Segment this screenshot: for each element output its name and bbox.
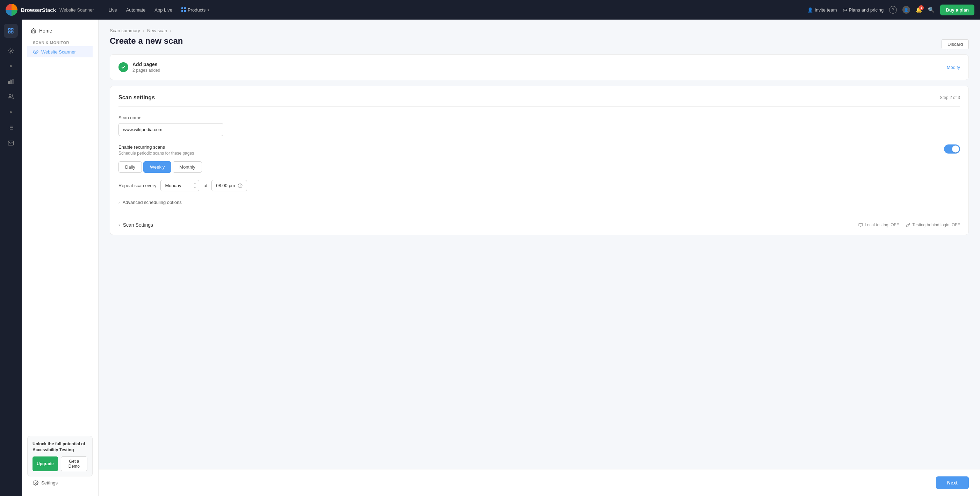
day-select-wrapper: Monday Tuesday Wednesday Thursday Friday… (161, 180, 199, 191)
svg-rect-0 (8, 28, 10, 30)
settings-icon (33, 480, 38, 485)
scan-settings-section-right: Local testing: OFF Testing behind login:… (858, 222, 960, 227)
svg-rect-8 (12, 79, 13, 84)
breadcrumb-separator-1: › (143, 28, 144, 33)
modify-link[interactable]: Modify (947, 65, 960, 70)
sidebar-icon-dot2[interactable] (4, 105, 18, 119)
get-demo-button[interactable]: Get a Demo (61, 456, 88, 471)
svg-point-5 (10, 65, 12, 67)
breadcrumb: Scan summary › New scan › (110, 28, 183, 33)
nav-products-label: Products (188, 7, 205, 13)
svg-rect-6 (8, 81, 10, 84)
discard-button[interactable]: Discard (942, 39, 969, 49)
invite-team-button[interactable]: 👤 Invite team (807, 7, 837, 13)
step-label: Step 2 of 3 (940, 95, 960, 100)
svg-rect-7 (11, 80, 11, 84)
brand-name: BrowserStack (21, 7, 56, 13)
recurring-scans-title: Enable recurring scans (118, 145, 194, 150)
recurring-toggle[interactable] (944, 145, 960, 153)
advanced-scheduling-toggle[interactable]: › Advanced scheduling options (118, 198, 960, 206)
settings-nav-item[interactable]: Settings (27, 477, 92, 489)
sidebar-icon-group[interactable] (4, 90, 18, 104)
nav-link-applive[interactable]: App Live (151, 5, 176, 15)
advanced-scheduling-label: Advanced scheduling options (123, 200, 182, 205)
chevron-right-icon: › (118, 201, 120, 205)
check-icon (121, 65, 126, 70)
scan-settings-title: Scan settings (118, 94, 155, 101)
add-pages-left: Add pages 2 pages added (118, 62, 160, 73)
time-input-wrapper[interactable]: 08:00 pm (212, 180, 247, 191)
sidebar-icon-tool[interactable] (4, 44, 18, 58)
main-content: Scan summary › New scan › Create a new s… (99, 19, 980, 496)
scan-name-input[interactable] (118, 123, 223, 136)
scan-name-label: Scan name (118, 115, 960, 120)
sidebar-item-website-scanner[interactable]: Website Scanner (27, 46, 92, 57)
day-select[interactable]: Monday Tuesday Wednesday Thursday Friday… (161, 180, 199, 191)
scan-settings-section-title: Scan Settings (123, 222, 153, 228)
breadcrumb-scan-summary[interactable]: Scan summary (110, 28, 140, 33)
page-title: Create a new scan (110, 36, 183, 46)
nav-link-automate[interactable]: Automate (123, 5, 149, 15)
svg-rect-20 (859, 223, 862, 226)
breadcrumb-separator-2: › (170, 28, 171, 33)
svg-point-4 (10, 50, 12, 52)
sidebar-icon-dot1[interactable] (4, 59, 18, 73)
testing-login-label: Testing behind login: OFF (912, 222, 960, 227)
testing-login-status: Testing behind login: OFF (906, 222, 960, 227)
settings-label: Settings (41, 480, 58, 485)
svg-point-17 (35, 51, 37, 53)
notifications-button[interactable]: 🔔 1 (916, 6, 922, 13)
add-pages-title: Add pages (132, 62, 160, 67)
frequency-tabs: Daily Weekly Monthly (118, 161, 960, 173)
svg-point-18 (35, 482, 37, 483)
chevron-down-icon: ▾ (208, 8, 209, 12)
upgrade-card-title: Unlock the full potential of Accessibili… (32, 441, 88, 453)
person-icon: 👤 (807, 7, 813, 13)
search-button[interactable]: 🔍 (928, 6, 935, 13)
freq-tab-daily[interactable]: Daily (118, 161, 142, 173)
check-circle-icon (118, 62, 128, 72)
scan-section-chevron-icon: › (118, 222, 120, 228)
repeat-scan-row: Repeat scan every Monday Tuesday Wednesd… (118, 180, 960, 191)
sidebar-bottom: Unlock the full potential of Accessibili… (22, 430, 98, 496)
help-button[interactable]: ? (889, 6, 897, 14)
recurring-scans-info: Enable recurring scans Schedule periodic… (118, 145, 194, 156)
svg-point-9 (9, 94, 11, 97)
next-button[interactable]: Next (936, 477, 969, 489)
buy-plan-button[interactable]: Buy a plan (940, 5, 974, 15)
sidebar-icon-list[interactable] (4, 121, 18, 135)
breadcrumb-new-scan[interactable]: New scan (147, 28, 167, 33)
upgrade-card: Unlock the full potential of Accessibili… (27, 436, 92, 477)
nav-link-live[interactable]: Live (105, 5, 121, 15)
repeat-label: Repeat scan every (118, 183, 156, 188)
freq-tab-weekly[interactable]: Weekly (143, 161, 171, 173)
svg-rect-2 (8, 32, 10, 33)
icon-sidebar (0, 19, 22, 496)
upgrade-button[interactable]: Upgrade (32, 456, 58, 471)
account-button[interactable]: 👤 (902, 6, 910, 14)
invite-team-label: Invite team (815, 7, 837, 13)
svg-rect-1 (11, 28, 13, 30)
sidebar-icon-scanner[interactable] (4, 24, 18, 38)
scan-settings-header: Scan settings Step 2 of 3 (118, 94, 960, 107)
sidebar-icon-mail[interactable] (4, 136, 18, 150)
brand-logo-icon (6, 4, 18, 16)
key-icon (906, 223, 910, 227)
topnav-right: 👤 Invite team 🏷 Plans and pricing ? 👤 🔔 … (807, 5, 974, 15)
clock-icon (238, 183, 243, 188)
add-pages-subtitle: 2 pages added (132, 68, 160, 73)
nav-products-dropdown[interactable]: Products ▾ (178, 5, 213, 15)
plans-pricing-link[interactable]: 🏷 Plans and pricing (843, 7, 884, 13)
plans-pricing-label: Plans and pricing (849, 7, 884, 13)
sidebar-icon-chart[interactable] (4, 75, 18, 88)
recurring-scans-row: Enable recurring scans Schedule periodic… (118, 145, 960, 156)
svg-rect-3 (11, 32, 13, 33)
scan-settings-section[interactable]: › Scan Settings Local testing: OFF Testi… (110, 215, 969, 235)
brand-logo-area: BrowserStack Website Scanner (6, 4, 94, 16)
freq-tab-monthly[interactable]: Monthly (173, 161, 202, 173)
home-label: Home (39, 28, 52, 33)
home-nav-item[interactable]: Home (27, 25, 92, 37)
local-testing-icon (858, 223, 863, 227)
top-nav: BrowserStack Website Scanner Live Automa… (0, 0, 980, 19)
notification-badge: 1 (919, 5, 924, 10)
